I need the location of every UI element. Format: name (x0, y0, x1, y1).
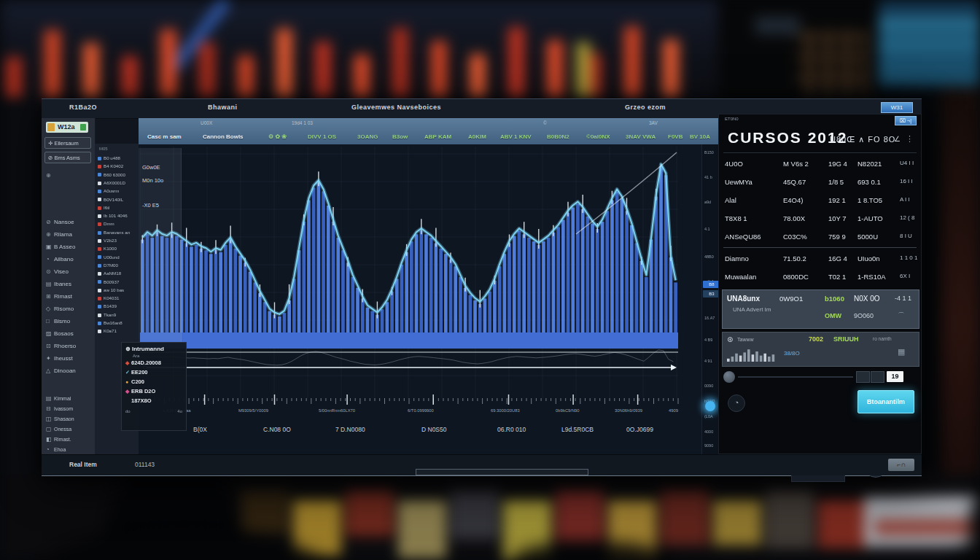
quote-row[interactable]: 4U0O M V6s 2 19G 4 N82021 U4 I I (725, 155, 917, 174)
menu-item[interactable]: Gleavemwes Navseboices (351, 104, 441, 111)
toolbar-button[interactable]: ABP KAM (424, 133, 451, 140)
watchlist-item[interactable]: A6X0001D (98, 180, 125, 188)
toolbar-button[interactable]: B3ow (392, 133, 408, 140)
watchlist-item[interactable]: V2b23 (98, 238, 117, 246)
quote-value-2: 1/8 5 (828, 178, 844, 186)
watchlist-item[interactable]: Dmm (98, 221, 114, 229)
selected-v1: 0W9O1 (779, 295, 803, 303)
date-axis-label: D N0S50 (421, 426, 447, 433)
bg-red-bar (276, 28, 292, 97)
toolbar-button[interactable]: A0KIM (468, 133, 486, 140)
quote-row[interactable]: Muwaalan 0800DC T02 1 1-RS10A 6X I (725, 268, 917, 287)
watchlist-item[interactable]: K04031 (98, 295, 119, 303)
sidebar-item[interactable]: ⊕Rilama (46, 231, 72, 244)
menubar-chip[interactable]: W31 (881, 102, 913, 113)
quote-value-1: 0800DC (783, 273, 809, 281)
legend-row: ◆ERB D2O (125, 388, 182, 397)
sidebar-item[interactable]: □Bismo (46, 318, 70, 331)
quote-row[interactable]: Alal E4O4) 192 1 1 8.TO5 A I I (725, 192, 917, 210)
watchlist-item[interactable]: aw 10 bas (98, 287, 124, 295)
watchlist-item[interactable]: A0usrm (98, 188, 119, 196)
sidebar-item[interactable]: ⊙Viseo (46, 268, 69, 281)
watchlist-item[interactable]: K1000 (98, 246, 117, 254)
date-axis-label: L9d.5R0CB (561, 426, 594, 433)
thumbnail-1[interactable] (856, 371, 870, 383)
quote-row[interactable]: ANSeQU86 C03C% 759 9 5000U 8 I U (725, 228, 917, 246)
sidebar-item[interactable]: △Dinooan (46, 368, 76, 381)
watchlist-item[interactable]: Banavans an (98, 230, 130, 238)
sidebar-button[interactable]: ✛ Eilersaum (44, 137, 91, 149)
sidebar-item-icon: ▤ (46, 281, 54, 287)
quote-value-4: A I I (900, 196, 910, 203)
watchlist-item[interactable]: B0V140IL (98, 197, 123, 205)
power-icon: ◔ (734, 398, 739, 407)
watchlist-item[interactable]: B60 63000 (98, 172, 125, 180)
watchlist-item[interactable]: I6tl (98, 205, 109, 213)
resize-icon[interactable]: ∠ (894, 135, 901, 143)
quotes-panel: ET0N0 ⌧ ¬| CURSOS 2012 U80Œ ∧ FO 8O ∠ ⋮ … (718, 114, 922, 454)
watchlist-item[interactable]: K0a71 (98, 328, 117, 336)
watchlist-item[interactable]: B4 K0402 (98, 163, 123, 171)
watchlist-item[interactable]: B1439 (98, 303, 117, 311)
toolbar-sublabel: 3AV (649, 120, 658, 125)
sidebar-item[interactable]: ▨Bosaos (46, 330, 74, 343)
sidebar-item[interactable]: ⊘Nansoe (46, 219, 74, 232)
sidebar-item[interactable]: ⊡Rhoerso (46, 343, 76, 356)
window-corner-button[interactable]: ⌐∩ (888, 459, 914, 471)
minor-axis-label: 4909 (669, 408, 678, 413)
quote-value-1: E4O4) (783, 196, 803, 204)
quote-name: UewMYa (725, 178, 752, 186)
legend-marker-icon: ◆ (125, 389, 131, 394)
toolbar-button[interactable]: B0B0N2 (547, 133, 569, 140)
sidebar-item[interactable]: ▤Ibanes (46, 281, 71, 294)
instrument-marker-icon (98, 280, 101, 284)
toolbar-button[interactable]: DIVV 1 OS (308, 133, 336, 140)
submit-button[interactable]: Btoanantilm (858, 390, 914, 413)
toolbar-button[interactable]: Casc m sam (147, 133, 182, 140)
toolbar-button[interactable]: 3NAV VWA (626, 133, 656, 140)
watchlist-item[interactable]: Bw16an8 (98, 320, 122, 328)
legend-marker-icon: ✓ (125, 370, 131, 376)
sidebar-item-icon: ⊙ (46, 268, 54, 275)
menu-item[interactable]: R1Ba2O (69, 104, 97, 111)
toolbar-button[interactable]: Cannon Bowls (203, 133, 244, 140)
bg-board-tile (556, 490, 604, 542)
sidebar-item[interactable]: ◔Ailbano (46, 256, 74, 269)
quote-row[interactable]: Diamno 71.50.2 16G 4 UIuo0n 1 1 0 1 (725, 250, 917, 268)
sidebar-solo-icon[interactable]: ⊕ (46, 172, 54, 185)
kebab-menu-icon[interactable]: ⋮ (906, 134, 914, 144)
quote-row[interactable]: UewMYa 45Q.67 1/8 5 693 0.1 16 I I (725, 174, 917, 192)
toolbar-button[interactable]: F0VB (668, 133, 682, 140)
toolbar-button[interactable]: ©0al0NX (586, 133, 610, 140)
sidebar-item[interactable]: ⊞Rimast (46, 293, 72, 306)
watchlist-item[interactable]: U00und (98, 254, 120, 262)
quote-value-4: 6X I (900, 273, 910, 279)
logo-label: W12a (58, 123, 75, 131)
watchlist-item[interactable]: AaNM18 (98, 271, 121, 279)
quote-row[interactable]: T8X8 1 78.00X 10Y 7 1-AUTO 12 ( 8 (725, 210, 917, 228)
slider-knob[interactable] (723, 371, 735, 383)
toolbar-button[interactable]: ABV 1 KNV (500, 133, 532, 140)
menu-item[interactable]: Bhawani (208, 104, 238, 111)
thumbnail-2[interactable] (871, 371, 884, 383)
sidebar-item[interactable]: ◇Risomo (46, 306, 74, 319)
watchlist-item[interactable]: B00937 (98, 279, 119, 287)
toolbar-button[interactable]: ⚙ ✿ ❀ (268, 133, 287, 140)
toolbar-button[interactable]: BV 10A (690, 133, 710, 140)
panel-top-chip[interactable]: ⌧ ¬| (895, 116, 917, 125)
menu-item[interactable]: Grzeo ezom (625, 104, 666, 111)
sidebar-button[interactable]: ⊘ Bms Asms (44, 152, 91, 163)
slider-track[interactable] (738, 376, 853, 378)
slash-circle-icon: ⊘ (48, 155, 52, 161)
chart-left-overlay: G0w0EM0n 10o-X0 E5 (139, 148, 182, 343)
sidebar-item[interactable]: ▣B Asseo (46, 244, 75, 257)
toolbar-button[interactable]: 3OANG (357, 133, 378, 140)
stats-note: ro namth (873, 336, 892, 341)
watchlist-item[interactable]: B0 u488 (98, 155, 120, 163)
watchlist-item[interactable]: D7M00 (98, 262, 118, 271)
watchlist-item[interactable]: Tkan9 (98, 312, 116, 320)
power-button[interactable]: ◔ (728, 394, 745, 412)
selected-quote-row[interactable]: UNA8unx UNA Advert Im 0W9O1 b1060 N0X 0O… (722, 289, 919, 329)
watchlist-item[interactable]: Ib 101 4046 (98, 213, 128, 221)
sidebar-item[interactable]: ✦Iheusst (46, 355, 73, 368)
